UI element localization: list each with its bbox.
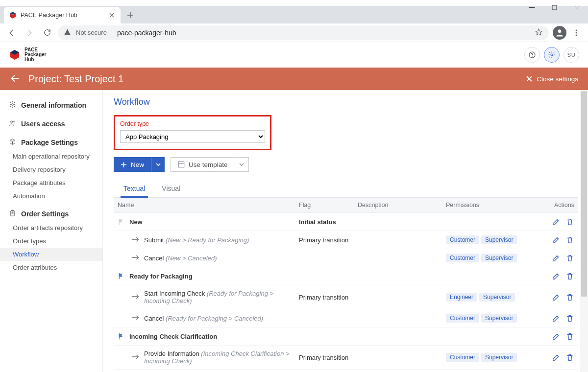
permission-badge[interactable]: Engineer	[446, 293, 477, 302]
new-button-dropdown[interactable]	[151, 157, 165, 172]
sidebar-group[interactable]: Package Settings	[0, 135, 102, 150]
col-actions: Actions	[525, 198, 578, 213]
arrow-right-icon	[131, 255, 139, 262]
delete-icon[interactable]	[565, 254, 574, 262]
permission-badge[interactable]: Supervisor	[479, 293, 515, 302]
svg-point-6	[532, 56, 532, 56]
svg-point-10	[13, 121, 15, 122]
gear-icon	[9, 101, 16, 110]
forward-button[interactable]	[23, 26, 36, 40]
close-settings-button[interactable]: Close settings	[526, 75, 578, 83]
col-flag: Flag	[295, 198, 354, 213]
permission-badge[interactable]: Customer	[446, 314, 479, 323]
not-secure-icon	[64, 28, 71, 37]
delete-icon[interactable]	[565, 217, 574, 226]
browser-menu-button[interactable]	[569, 26, 583, 40]
settings-button[interactable]	[544, 47, 560, 63]
browser-tab-title: PACE Packager Hub	[21, 12, 104, 19]
edit-icon[interactable]	[552, 272, 561, 280]
edit-icon[interactable]	[552, 353, 561, 362]
order-type-select[interactable]: App Packaging	[120, 130, 265, 143]
svg-point-9	[11, 121, 13, 123]
permission-badge[interactable]: Supervisor	[481, 235, 517, 244]
order-type-label: Order type	[120, 120, 265, 127]
arrow-right-icon	[131, 354, 139, 361]
brand-name: PACEPackagerHub	[24, 47, 46, 62]
scrollbar-thumb[interactable]	[581, 91, 587, 297]
sidebar-item[interactable]: Automation	[0, 189, 102, 203]
scrollbar[interactable]	[580, 90, 588, 372]
permission-badge[interactable]: Customer	[446, 235, 479, 244]
table-row: Cancel (New > Canceled)CustomerSuperviso…	[114, 249, 578, 267]
use-template-button[interactable]: Use template	[171, 157, 249, 172]
browser-tab[interactable]: PACE Packager Hub	[4, 7, 121, 23]
sidebar-group[interactable]: Order Settings	[0, 207, 102, 221]
table-row: Provide Information (Incoming Check Clar…	[114, 346, 578, 370]
use-template-dropdown[interactable]	[235, 158, 248, 171]
tab-visual[interactable]: Visual	[161, 181, 181, 197]
project-bar: Project: Test Project 1 Close settings	[0, 68, 588, 90]
app-header: PACEPackagerHub SU	[0, 42, 588, 68]
sidebar-item[interactable]: Order artifacts repository	[0, 221, 102, 234]
delete-icon[interactable]	[565, 272, 574, 280]
close-icon[interactable]	[108, 11, 116, 19]
permission-badge[interactable]: Customer	[446, 353, 479, 362]
table-row: Submit (New > Ready for Packaging)Primar…	[114, 231, 578, 249]
sidebar-item[interactable]: Delivery repository	[0, 163, 102, 176]
delete-icon[interactable]	[565, 332, 574, 341]
profile-avatar[interactable]	[553, 26, 566, 40]
edit-icon[interactable]	[552, 217, 561, 226]
edit-icon[interactable]	[552, 293, 561, 302]
cube-icon	[9, 49, 21, 61]
delete-icon[interactable]	[565, 235, 574, 244]
sidebar-item[interactable]: Order types	[0, 234, 102, 248]
help-button[interactable]	[524, 47, 540, 63]
browser-toolbar: Not secure pace-packager-hub	[0, 23, 588, 42]
flag-icon	[118, 218, 124, 225]
permission-badge[interactable]: Customer	[446, 254, 479, 262]
window-close-button[interactable]	[565, 0, 588, 15]
delete-icon[interactable]	[565, 293, 574, 302]
sidebar-item[interactable]: Package attributes	[0, 176, 102, 189]
sidebar-item[interactable]: Workflow	[0, 248, 102, 261]
delete-icon[interactable]	[565, 353, 574, 362]
flag-icon	[118, 333, 124, 340]
star-icon[interactable]	[535, 28, 543, 38]
order-type-highlight: Order type App Packaging	[114, 115, 271, 150]
table-row: Start Incoming Check (Ready for Packagin…	[114, 285, 578, 309]
window-minimize-button[interactable]	[520, 0, 543, 15]
divider	[112, 29, 112, 37]
sidebar-group[interactable]: Users access	[0, 116, 102, 131]
edit-icon[interactable]	[552, 254, 561, 262]
edit-icon[interactable]	[552, 235, 561, 244]
svg-point-4	[576, 34, 577, 36]
new-tab-button[interactable]	[123, 8, 137, 22]
flag-icon	[118, 273, 124, 279]
table-row: Cancel (Ready for Packaging > Canceled)C…	[114, 309, 578, 327]
back-icon[interactable]	[10, 73, 21, 85]
new-button[interactable]: New	[114, 157, 165, 172]
back-button[interactable]	[5, 26, 19, 40]
tab-textual[interactable]: Textual	[122, 181, 146, 197]
permission-badge[interactable]: Supervisor	[481, 314, 517, 323]
reload-button[interactable]	[40, 26, 54, 40]
edit-icon[interactable]	[552, 314, 561, 323]
col-permissions: Permissions	[442, 198, 525, 213]
window-maximize-button[interactable]	[543, 0, 565, 15]
svg-rect-13	[178, 162, 184, 167]
user-avatar[interactable]: SU	[564, 47, 579, 63]
arrow-right-icon	[131, 315, 139, 322]
sidebar-group[interactable]: General information	[0, 98, 102, 113]
template-icon	[178, 161, 185, 168]
delete-icon[interactable]	[565, 314, 574, 323]
svg-point-7	[551, 54, 553, 56]
page-title: Workflow	[114, 97, 578, 107]
edit-icon[interactable]	[552, 332, 561, 341]
table-row: Cancel (Incoming Check Clarification > C…	[114, 370, 578, 372]
permission-badge[interactable]: Supervisor	[481, 254, 517, 262]
address-bar[interactable]: Not secure pace-packager-hub	[58, 25, 549, 40]
permission-badge[interactable]: Supervisor	[481, 353, 517, 362]
sidebar-item[interactable]: Main operational repository	[0, 150, 102, 163]
sidebar-item[interactable]: Order attributes	[0, 261, 102, 274]
plus-icon	[121, 162, 127, 168]
